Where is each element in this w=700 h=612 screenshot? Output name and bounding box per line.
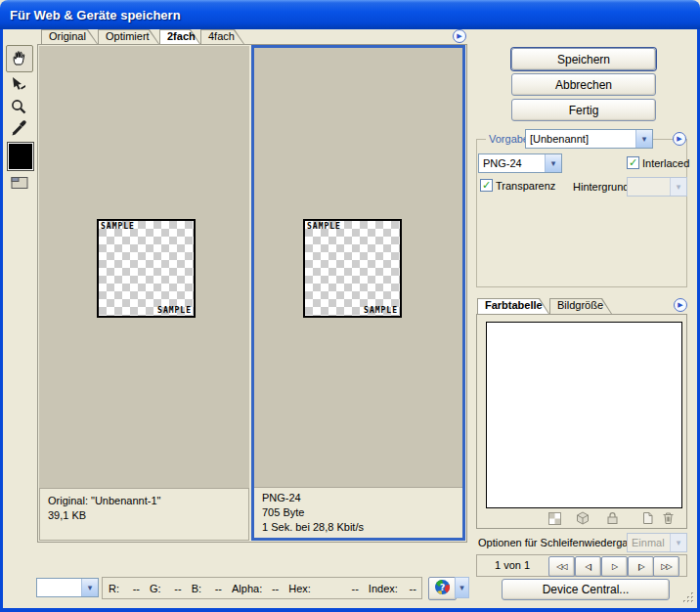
format-value: PNG-24 <box>479 154 545 172</box>
cancel-button-label: Abbrechen <box>555 78 612 92</box>
original-preview-image[interactable]: SAMPLE SAMPLE <box>97 219 196 318</box>
done-button[interactable]: Fertig <box>511 99 656 121</box>
tab-4fach-label: 4fach <box>208 30 235 42</box>
hand-tool-button[interactable] <box>6 45 33 72</box>
next-frame-icon: |▷ <box>637 562 643 571</box>
r-label: R: <box>109 583 119 594</box>
slice-select-icon <box>10 75 27 95</box>
save-button[interactable]: Speichern <box>511 48 656 70</box>
optimized-format: PNG-24 <box>262 491 455 505</box>
optimized-download-time: 1 Sek. bei 28,8 Kbit/s <box>262 520 455 535</box>
tab-farbtabelle-label: Farbtabelle <box>485 299 543 311</box>
zoom-tool-button[interactable] <box>8 97 29 118</box>
new-color-icon <box>641 511 654 527</box>
chevron-down-icon: ▾ <box>455 577 469 598</box>
window-border-bottom <box>0 608 700 612</box>
chevron-down-icon[interactable]: ▾ <box>81 579 98 596</box>
original-info-line2: 39,1 KB <box>48 508 241 523</box>
check-icon: ✓ <box>629 157 637 168</box>
background-combobox: ▾ <box>627 177 687 197</box>
tab-bildgroesse-label: Bildgröße <box>557 299 603 311</box>
tab-original[interactable]: Original <box>41 29 98 44</box>
first-frame-button[interactable]: ◁◁ <box>548 556 575 577</box>
toggle-slices-visibility-button[interactable] <box>8 174 31 194</box>
chevron-down-icon: ▾ <box>670 534 686 551</box>
browser-globe-icon: ? <box>434 579 451 598</box>
format-combobox[interactable]: PNG-24 ▾ <box>478 153 562 173</box>
play-button[interactable]: ▷ <box>601 556 628 577</box>
eyedropper-tool-button[interactable] <box>8 118 29 140</box>
web-shift-cube-icon <box>576 511 590 527</box>
interlaced-label: Interlaced <box>642 157 689 169</box>
device-central-button[interactable]: Device Central... <box>502 579 670 600</box>
slices-visibility-icon <box>10 175 29 193</box>
color-readout-bar: R:-- G:-- B:-- Alpha:-- Hex:-- Index:-- <box>102 577 422 599</box>
tab-optimiert[interactable]: Optimiert <box>98 29 159 44</box>
loop-combobox: Einmal ▾ <box>627 533 687 552</box>
sample-watermark: SAMPLE <box>307 222 341 231</box>
sample-watermark: SAMPLE <box>364 306 398 315</box>
b-value: -- <box>204 583 222 594</box>
dialog-title: Für Web & Geräte speichern <box>0 8 181 22</box>
preset-menu-flyout-button[interactable]: ▶ <box>673 132 686 146</box>
flyout-arrow-icon: ▶ <box>678 301 682 309</box>
zoom-level-combobox[interactable]: ▾ <box>36 578 99 597</box>
tab-farbtabelle[interactable]: Farbtabelle <box>477 298 549 314</box>
alpha-label: Alpha: <box>232 583 262 594</box>
background-label: Hintergrund: <box>573 181 633 193</box>
chevron-down-icon[interactable]: ▾ <box>545 154 561 172</box>
save-for-web-dialog: Für Web & Geräte speichern Original Opti… <box>0 0 700 612</box>
background-value <box>628 178 670 196</box>
first-frame-icon: ◁◁ <box>556 562 566 571</box>
chevron-down-icon[interactable]: ▾ <box>635 130 652 148</box>
lock-color-icon <box>606 511 619 527</box>
hand-icon <box>10 48 29 69</box>
flyout-arrow-icon: ▶ <box>677 135 681 143</box>
eyedropper-color-swatch[interactable] <box>8 143 33 170</box>
preview-in-browser-button[interactable]: ? <box>428 577 457 600</box>
title-bar[interactable]: Für Web & Geräte speichern <box>0 0 700 29</box>
previous-frame-icon: ◁| <box>585 562 591 571</box>
tab-optimiert-label: Optimiert <box>106 30 150 42</box>
play-icon: ▷ <box>612 562 617 571</box>
check-icon: ✓ <box>482 180 491 191</box>
chevron-down-icon: ▾ <box>670 178 686 196</box>
magnifier-icon <box>10 98 27 117</box>
delete-color-trash-icon <box>662 511 675 527</box>
transparency-checkbox[interactable]: ✓ <box>480 179 493 192</box>
preset-combobox[interactable]: [Unbenannt] ▾ <box>525 129 653 149</box>
tab-bildgroesse[interactable]: Bildgröße <box>549 298 612 314</box>
loop-value: Einmal <box>628 534 670 551</box>
index-value: -- <box>401 583 416 594</box>
hex-value: -- <box>314 583 359 594</box>
previous-frame-button[interactable]: ◁| <box>575 556 601 577</box>
preview-menu-flyout-button[interactable]: ▶ <box>453 29 466 43</box>
frame-counter: 1 von 1 <box>476 559 548 571</box>
original-info-panel: Original: "Unbenannt-1" 39,1 KB <box>39 488 249 541</box>
slice-select-tool-button[interactable] <box>8 74 29 96</box>
sample-watermark: SAMPLE <box>157 306 192 315</box>
color-table-list[interactable] <box>486 322 682 508</box>
next-frame-button[interactable]: |▷ <box>628 556 654 577</box>
svg-text:?: ? <box>440 583 445 592</box>
original-info-line1: Original: "Unbenannt-1" <box>48 494 241 508</box>
last-frame-button[interactable]: ▷▷ <box>653 556 679 577</box>
resize-grip[interactable] <box>682 591 695 606</box>
interlaced-checkbox[interactable]: ✓ <box>627 156 639 169</box>
browser-select-arrow-button[interactable]: ▾ <box>455 577 469 598</box>
optimized-preview-image[interactable]: SAMPLE SAMPLE <box>303 219 402 318</box>
sample-watermark: SAMPLE <box>101 222 135 231</box>
tab-2fach[interactable]: 2fach <box>159 29 200 44</box>
window-border-left <box>0 29 3 612</box>
transparency-swatch-icon <box>548 512 561 527</box>
tab-4fach[interactable]: 4fach <box>200 29 244 44</box>
index-label: Index: <box>369 583 398 594</box>
loop-options-label: Optionen für Schleifenwiedergabe: <box>478 537 643 548</box>
cancel-button[interactable]: Abbrechen <box>511 73 656 96</box>
optimized-info-panel: PNG-24 705 Byte 1 Sek. bei 28,8 Kbit/s <box>254 487 462 538</box>
last-frame-icon: ▷▷ <box>661 562 671 571</box>
hex-label: Hex: <box>288 583 311 594</box>
done-button-label: Fertig <box>569 104 599 117</box>
color-table-menu-flyout-button[interactable]: ▶ <box>674 298 687 312</box>
r-value: -- <box>122 583 140 594</box>
